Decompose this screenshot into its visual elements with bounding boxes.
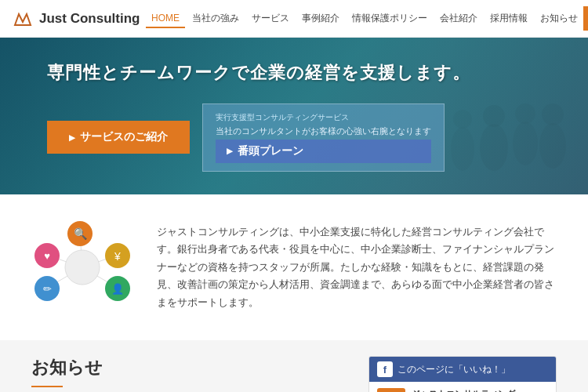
- fb-company-row: JustCon. ジャストコンサルティング コンサルティングサービスにはいえ実施…: [377, 388, 548, 392]
- about-description: ジャストコンサルティングは、中小企業支援に特化した経営コンサルティング会社です。…: [157, 223, 557, 312]
- hero-card-desc: 当社のコンサルタントがお客様の心強い右腕となります: [216, 125, 431, 137]
- svg-point-15: [65, 250, 100, 285]
- nav-home[interactable]: HOME: [146, 9, 185, 28]
- logo-text: Just Consulting: [39, 11, 140, 27]
- svg-text:🔍: 🔍: [74, 227, 88, 241]
- hero-title: 専門性とチームワークで企業の経営を支援します。: [47, 61, 541, 85]
- nav-strengths[interactable]: 当社の強み: [187, 9, 245, 28]
- fb-body: JustCon. ジャストコンサルティング コンサルティングサービスにはいえ実施…: [369, 382, 556, 392]
- svg-text:👤: 👤: [111, 282, 125, 296]
- hero-section: 専門性とチームワークで企業の経営を支援します。 サービスのご紹介 実行支援型コン…: [0, 38, 588, 194]
- news-title: お知らせ: [31, 356, 353, 379]
- fb-company-name: ジャストコンサルティング: [412, 388, 548, 392]
- news-section: お知らせ f このページに「いいね！」 JustCon. ジャストコンサルティン…: [0, 340, 588, 392]
- logo-icon: [13, 8, 34, 30]
- svg-marker-0: [15, 14, 31, 25]
- fb-company-info: ジャストコンサルティング コンサルティングサービスにはいえ実施を満たせるために向…: [412, 388, 548, 392]
- service-intro-button[interactable]: サービスのご紹介: [47, 121, 190, 154]
- hero-card-main-btn[interactable]: 番頭プレーン: [216, 140, 431, 163]
- news-left-area: お知らせ: [31, 356, 353, 392]
- hero-card-consultant: 実行支援型コンサルティングサービス 当社のコンサルタントがお客様の心強い右腕とな…: [202, 103, 445, 172]
- fb-logo-icon: f: [377, 361, 393, 377]
- contact-header-button[interactable]: ＞ お問い合せ: [583, 6, 588, 31]
- fb-company-logo: JustCon.: [377, 388, 405, 392]
- nav-recruit[interactable]: 採用情報: [485, 9, 533, 28]
- nav-service[interactable]: サービス: [246, 9, 295, 28]
- nav-cases[interactable]: 事例紹介: [296, 9, 345, 28]
- hero-buttons: サービスのご紹介 実行支援型コンサルティングサービス 当社のコンサルタントがお客…: [47, 103, 541, 172]
- svg-text:♥: ♥: [44, 250, 50, 262]
- hero-content: 専門性とチームワークで企業の経営を支援します。 サービスのご紹介 実行支援型コン…: [0, 61, 588, 172]
- service-icons-graphic: 🔍 ♥ ¥ ✏ 👤: [31, 216, 133, 318]
- nav-news[interactable]: お知らせ: [535, 9, 583, 28]
- svg-text:¥: ¥: [114, 250, 121, 263]
- site-header: Just Consulting HOME 当社の強み サービス 事例紹介 情報保…: [0, 0, 588, 38]
- fb-header-text: このページに「いいね！」: [397, 363, 510, 376]
- about-section: 🔍 ♥ ¥ ✏ 👤 ジャストコンサルティングは、中小企業支援に特化した経営コンサ…: [0, 194, 588, 340]
- facebook-widget: f このページに「いいね！」 JustCon. ジャストコンサルティング コンサ…: [368, 356, 557, 392]
- nav-privacy[interactable]: 情報保護ポリシー: [347, 9, 433, 28]
- main-nav: HOME 当社の強み サービス 事例紹介 情報保護ポリシー 会社紹介 採用情報 …: [146, 9, 583, 28]
- logo-area: Just Consulting: [13, 8, 146, 30]
- nav-about[interactable]: 会社紹介: [434, 9, 483, 28]
- fb-header: f このページに「いいね！」: [369, 357, 556, 382]
- hero-card-badge: 実行支援型コンサルティングサービス: [216, 112, 431, 123]
- news-divider: [31, 386, 63, 387]
- svg-text:✏: ✏: [43, 283, 52, 295]
